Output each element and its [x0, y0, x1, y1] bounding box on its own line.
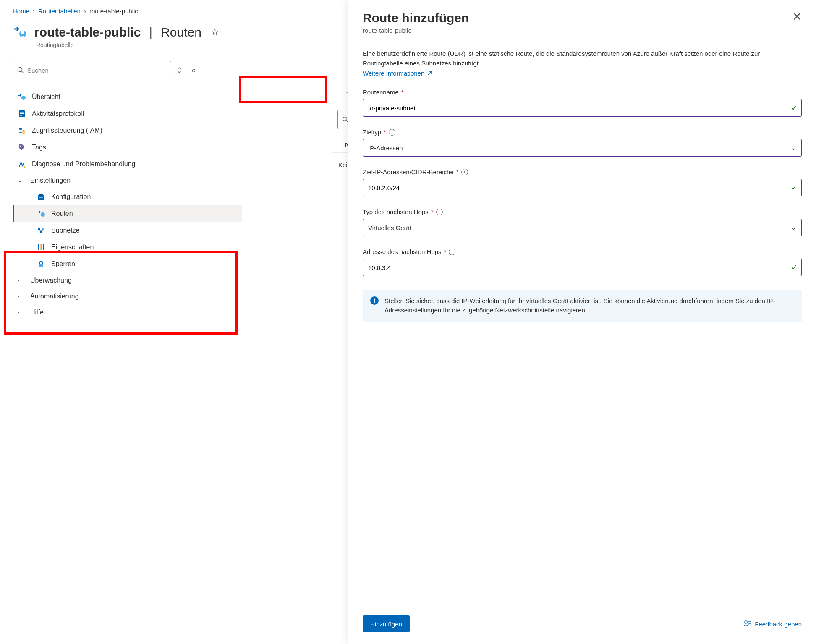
svg-point-4: [21, 96, 26, 100]
feedback-link[interactable]: Feedback geben: [743, 620, 802, 628]
info-icon[interactable]: i: [389, 129, 395, 136]
dest-cidr-input[interactable]: [363, 179, 802, 196]
field-label-dest-cidr: Ziel-IP-Adressen/CIDR-Bereiche* i: [363, 168, 802, 175]
field-label-route-name: Routenname*: [363, 89, 802, 96]
nav-group-automation[interactable]: › Automatisierung: [13, 288, 242, 304]
close-icon[interactable]: ✕: [792, 11, 802, 23]
nav-routes[interactable]: Routen: [13, 205, 242, 222]
route-table-icon: [18, 93, 26, 101]
nav-iam[interactable]: Zugriffssteuerung (IAM): [13, 122, 242, 139]
tags-icon: [18, 143, 26, 152]
nav-group-monitoring[interactable]: › Überwachung: [13, 272, 242, 288]
nav-label: Aktivitätsprotokoll: [32, 110, 84, 118]
nexthop-addr-input[interactable]: [363, 259, 802, 276]
svg-line-3: [22, 71, 24, 73]
svg-rect-14: [39, 197, 43, 198]
info-text: Stellen Sie sicher, dass die IP-Weiterle…: [384, 296, 794, 315]
nav-group-label: Hilfe: [30, 309, 44, 316]
nav-search-input[interactable]: [27, 67, 167, 74]
field-label-nexthop-type: Typ des nächsten Hops* i: [363, 208, 802, 215]
svg-rect-20: [41, 244, 42, 250]
svg-rect-18: [40, 231, 42, 233]
info-icon[interactable]: i: [436, 209, 443, 215]
svg-point-2: [18, 68, 22, 72]
chevron-right-icon: ›: [18, 309, 24, 315]
nav-label: Diagnose und Problembehandlung: [32, 160, 135, 168]
info-callout: i Stellen Sie sicher, dass die IP-Weiter…: [363, 290, 802, 322]
nav-overview[interactable]: Übersicht: [13, 89, 242, 105]
svg-rect-8: [20, 115, 22, 116]
nav-subnets[interactable]: Subnetze: [13, 222, 242, 239]
nav-group-label: Automatisierung: [30, 293, 79, 300]
nav-group-settings[interactable]: ⌄ Einstellungen: [13, 173, 242, 188]
search-icon: [17, 67, 24, 73]
svg-rect-7: [20, 113, 24, 114]
breadcrumb-home[interactable]: Home: [13, 8, 29, 15]
subnets-icon: [37, 226, 45, 235]
nav-group-label: Einstellungen: [30, 177, 71, 184]
panel-description: Eine benutzerdefinierte Route (UDR) ist …: [363, 49, 802, 68]
info-icon[interactable]: i: [449, 249, 455, 255]
svg-rect-13: [39, 194, 43, 195]
routes-icon: [37, 209, 45, 218]
nav-properties[interactable]: Eigenschaften: [13, 239, 242, 256]
nav-label: Übersicht: [32, 93, 60, 101]
nav-activity-log[interactable]: Aktivitätsprotokoll: [13, 105, 242, 122]
chevron-right-icon: ›: [18, 293, 24, 299]
checkmark-icon: ✓: [791, 263, 798, 272]
chevron-down-icon: ⌄: [18, 178, 24, 183]
page-subtitle: Routingtabelle: [36, 42, 332, 48]
external-link-icon: [427, 71, 432, 76]
field-label-nexthop-addr: Adresse des nächsten Hops* i: [363, 248, 802, 255]
svg-point-25: [745, 621, 747, 623]
route-name-input[interactable]: [363, 99, 802, 117]
more-info-link[interactable]: Weitere Informationen: [363, 70, 432, 77]
nav-label: Zugriffssteuerung (IAM): [32, 127, 102, 134]
panel-title: Route hinzufügen: [363, 11, 469, 25]
nav-label: Konfiguration: [51, 193, 91, 201]
checkmark-icon: ✓: [791, 103, 798, 113]
checkmark-icon: ✓: [791, 183, 798, 192]
field-label-dest-type: Zieltyp* i: [363, 128, 802, 136]
favorite-star-icon[interactable]: ☆: [211, 27, 219, 38]
svg-point-11: [20, 146, 21, 147]
nav-search-box[interactable]: [13, 61, 171, 79]
dest-type-select[interactable]: IP-Adressen ⌄: [363, 139, 802, 157]
nav-diagnose[interactable]: Diagnose und Problembehandlung: [13, 156, 242, 173]
info-icon: i: [370, 296, 379, 305]
nav-group-help[interactable]: › Hilfe: [13, 304, 242, 320]
svg-rect-19: [38, 244, 39, 250]
nav-label: Subnetze: [51, 227, 80, 234]
sidebar-nav: Übersicht Aktivitätsprotokoll Zugriffsst…: [13, 89, 242, 320]
submit-add-button[interactable]: Hinzufügen: [363, 615, 410, 632]
nexthop-type-select[interactable]: Virtuelles Gerät ⌄: [363, 219, 802, 236]
highlight-annotation: [239, 76, 327, 103]
info-icon[interactable]: i: [461, 169, 468, 175]
page-section: Routen: [161, 25, 201, 39]
chevron-right-icon: ›: [18, 277, 24, 283]
configuration-icon: [37, 193, 45, 201]
svg-rect-22: [39, 264, 43, 267]
properties-icon: [37, 243, 45, 251]
nav-locks[interactable]: Sperren: [13, 256, 242, 272]
svg-point-23: [343, 117, 347, 121]
breadcrumb: Home › Routentabellen › route-table-publ…: [13, 8, 332, 15]
nav-tags[interactable]: Tags: [13, 139, 242, 156]
breadcrumb-routetables[interactable]: Routentabellen: [38, 8, 81, 15]
chevron-right-icon: ›: [33, 8, 35, 15]
nav-label: Routen: [51, 210, 73, 217]
nav-configuration[interactable]: Konfiguration: [13, 188, 242, 205]
svg-point-9: [19, 128, 22, 130]
expand-collapse-icon[interactable]: [176, 66, 182, 74]
svg-rect-17: [42, 228, 44, 230]
diagnose-icon: [18, 160, 26, 168]
chevron-down-icon: ⌄: [791, 224, 796, 231]
feedback-icon: [743, 620, 751, 628]
route-table-icon: [13, 25, 28, 40]
lock-icon: [37, 260, 45, 268]
nav-label: Sperren: [51, 260, 75, 268]
svg-rect-21: [43, 244, 44, 250]
svg-rect-6: [20, 112, 24, 113]
svg-rect-16: [38, 228, 40, 230]
collapse-panel-icon[interactable]: «: [191, 66, 196, 75]
